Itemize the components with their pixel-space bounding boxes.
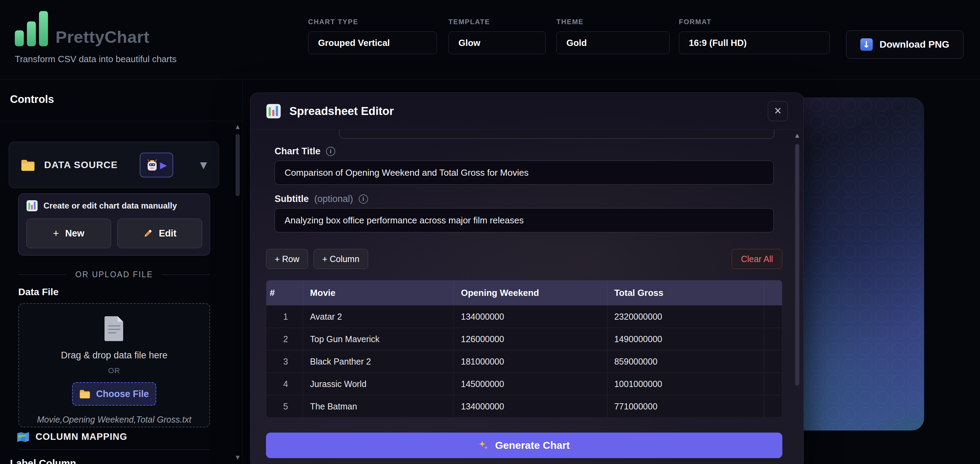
close-icon[interactable]: ×: [768, 101, 788, 121]
scrollbar-thumb[interactable]: [795, 144, 799, 386]
new-data-button[interactable]: + New: [26, 218, 111, 248]
chevron-down-icon[interactable]: ▼: [200, 160, 207, 170]
table-cell[interactable]: Jurassic World: [303, 373, 454, 395]
data-source-panel[interactable]: DATA SOURCE ▶ ▼: [9, 142, 219, 188]
table-cell[interactable]: [764, 351, 782, 373]
bar-chart-icon: [26, 200, 38, 212]
column-header: Movie: [303, 280, 454, 305]
table-cell[interactable]: Top Gun Maverick: [303, 328, 454, 350]
row-number: 1: [266, 306, 303, 328]
add-column-button[interactable]: + Column: [313, 249, 368, 269]
label-column-label: Label Column: [10, 458, 76, 464]
data-file-label: Data File: [18, 287, 59, 298]
generate-chart-button[interactable]: Generate Chart: [266, 432, 782, 458]
subtitle-label-text: Subtitle: [275, 194, 309, 204]
pencil-icon: [143, 228, 153, 238]
robot-icon: [146, 159, 158, 171]
choose-file-label: Choose File: [96, 389, 149, 399]
column-mapping-divider: [18, 450, 210, 450]
edit-data-button[interactable]: Edit: [117, 218, 202, 248]
table-cell[interactable]: 134000000: [454, 306, 607, 328]
subtitle-optional-text: (optional): [314, 194, 353, 204]
sparkles-icon: [479, 440, 489, 451]
brand: PrettyChart Transform CSV data into beau…: [15, 11, 177, 65]
table-cell[interactable]: Black Panther 2: [303, 351, 454, 373]
chart-title-label: Chart Title i: [275, 146, 335, 157]
table-cell[interactable]: 145000000: [454, 373, 607, 395]
download-png-button[interactable]: ↓ Download PNG: [846, 30, 963, 59]
brand-tagline: Transform CSV data into beautiful charts: [15, 54, 177, 65]
prettychart-logo-icon: [15, 11, 48, 46]
table-cell[interactable]: Avatar 2: [303, 306, 454, 328]
theme-label: THEME: [557, 18, 670, 26]
subtitle-input[interactable]: [275, 208, 774, 232]
upload-divider: OR UPLOAD FILE: [18, 270, 210, 279]
theme-select[interactable]: Gold: [557, 32, 670, 54]
generate-chart-label: Generate Chart: [495, 440, 570, 451]
add-row-button[interactable]: + Row: [266, 249, 308, 269]
row-number: 4: [266, 373, 303, 395]
table-cell[interactable]: 126000000: [454, 328, 607, 350]
table-cell[interactable]: 1001000000: [608, 373, 764, 395]
table-cell[interactable]: The Batman: [303, 395, 454, 418]
sidebar-scrollbar[interactable]: ▲ ▼: [235, 124, 240, 462]
info-icon: i: [359, 195, 368, 204]
template-select[interactable]: Glow: [449, 32, 546, 54]
table-row: 3Black Panther 2181000000859000000: [266, 350, 782, 373]
info-icon: i: [326, 147, 335, 156]
manual-panel-title: Create or edit chart data manually: [43, 201, 177, 210]
table-row: 4Jurassic World1450000001001000000: [266, 373, 782, 395]
scroll-up-icon[interactable]: ▲: [235, 124, 240, 130]
subtitle-label: Subtitle (optional) i: [275, 194, 368, 204]
table-cell[interactable]: [764, 306, 782, 328]
spreadsheet-editor-modal: Spreadsheet Editor × Chart Title i Subti…: [250, 92, 804, 464]
dropzone-or: OR: [19, 366, 209, 375]
sidebar-divider: [0, 121, 243, 121]
sidebar-title: Controls: [10, 93, 54, 106]
controls-sidebar: Controls DATA SOURCE ▶ ▼ Create or edit …: [0, 80, 243, 464]
row-number: 2: [266, 328, 303, 350]
chart-title-label-text: Chart Title: [275, 146, 320, 157]
table-cell[interactable]: 771000000: [608, 395, 764, 418]
table-cell[interactable]: [764, 395, 782, 418]
column-header: Opening Weekend: [454, 280, 607, 305]
table-row: 1Avatar 21340000002320000000: [266, 305, 782, 328]
modal-scrollbar[interactable]: ▲: [794, 132, 800, 464]
table-cell[interactable]: 1490000000: [608, 328, 764, 350]
ai-assistant-button[interactable]: ▶: [140, 153, 173, 177]
column-header: #: [266, 280, 303, 305]
data-source-label: DATA SOURCE: [44, 159, 118, 171]
play-icon: ▶: [160, 160, 167, 170]
table-cell[interactable]: 859000000: [608, 351, 764, 373]
chart-title-input[interactable]: [275, 161, 774, 185]
folder-icon: [80, 389, 91, 399]
table-cell[interactable]: [764, 328, 782, 350]
manual-data-panel: Create or edit chart data manually + New…: [18, 193, 210, 255]
table-cell[interactable]: [764, 373, 782, 395]
download-png-label: Download PNG: [880, 39, 949, 50]
brand-name: PrettyChart: [56, 29, 150, 46]
new-button-label: New: [65, 228, 84, 239]
file-dropzone[interactable]: Drag & drop data file here OR Choose Fil…: [18, 303, 210, 427]
scroll-down-icon[interactable]: ▼: [235, 454, 240, 461]
table-cell[interactable]: 134000000: [454, 395, 607, 418]
table-toolbar: + Row + Column Clear All: [266, 249, 782, 269]
table-row: 5The Batman134000000771000000: [266, 395, 782, 418]
column-mapping-header: COLUMN MAPPING: [17, 432, 127, 442]
table-cell[interactable]: 181000000: [454, 351, 607, 373]
chart-type-select[interactable]: Grouped Vertical: [308, 32, 437, 54]
table-body: 1Avatar 213400000023200000002Top Gun Mav…: [266, 305, 782, 418]
template-label: TEMPLATE: [449, 18, 546, 26]
scrollbar-thumb[interactable]: [235, 134, 240, 196]
edit-button-label: Edit: [159, 228, 177, 239]
table-cell[interactable]: 2320000000: [608, 306, 764, 328]
table-header-row: #MovieOpening WeekendTotal Gross: [266, 280, 782, 305]
modal-header: Spreadsheet Editor ×: [250, 93, 803, 129]
clear-all-button[interactable]: Clear All: [732, 249, 782, 269]
choose-file-button[interactable]: Choose File: [72, 382, 156, 406]
scroll-up-icon[interactable]: ▲: [794, 132, 800, 139]
format-select[interactable]: 16:9 (Full HD): [679, 32, 830, 54]
sample-filename: Movie,Opening Weekend,Total Gross.txt: [19, 415, 209, 425]
plus-icon: +: [53, 228, 59, 239]
row-number: 5: [266, 395, 303, 418]
